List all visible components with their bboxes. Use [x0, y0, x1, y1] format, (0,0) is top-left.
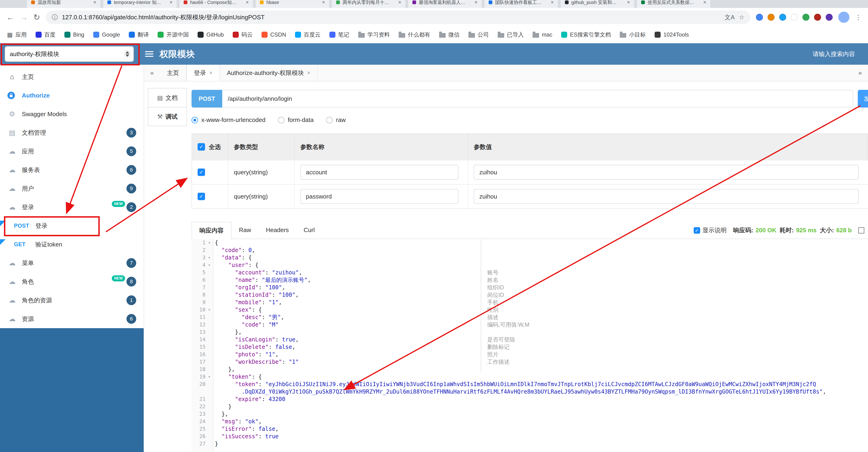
sidebar-item[interactable]: POST登录 — [0, 217, 144, 235]
browser-tab[interactable]: 温故而知新× — [27, 0, 100, 8]
reload-icon[interactable]: ↻ — [33, 13, 40, 21]
fold-toggle-icon[interactable]: ▾ — [206, 254, 213, 261]
sidebar-item[interactable]: ☁资源6 — [0, 310, 144, 328]
content-type-radio[interactable]: x-www-form-urlencoded — [191, 116, 266, 123]
doc-tab[interactable]: 主页 — [160, 65, 186, 81]
back-icon[interactable]: ← — [6, 13, 14, 21]
fold-toggle-icon[interactable]: ▾ — [206, 239, 213, 247]
bookmark-item[interactable]: 百度云 — [295, 31, 320, 38]
bookmark-item[interactable]: 小目标 — [620, 31, 646, 38]
param-name-input[interactable]: account — [300, 165, 458, 180]
extension-icon[interactable] — [814, 14, 821, 21]
tab-close-icon[interactable]: × — [322, 0, 325, 5]
sidebar-item[interactable]: Authorize — [0, 86, 144, 105]
response-tab[interactable]: Curl — [296, 221, 322, 238]
sidebar-item[interactable]: ☁菜单7 — [0, 254, 144, 272]
translate-icon[interactable]: 文A — [724, 13, 735, 21]
bookmark-item[interactable]: 1024Tools — [655, 31, 689, 38]
sidebar-item[interactable]: GET验证token — [0, 235, 144, 254]
fold-toggle-icon[interactable]: ▾ — [206, 261, 213, 269]
sidebar-item[interactable]: ☁应用5 — [0, 142, 144, 161]
rail-debug-tab[interactable]: ⚒ 调试 — [148, 107, 186, 126]
sidebar-item[interactable]: ☁角色NEW8 — [0, 272, 144, 291]
browser-tab[interactable]: 最强淘客返利机器人…× — [408, 0, 482, 8]
sidebar-item[interactable]: ☁服务表6 — [0, 161, 144, 179]
bookmark-item[interactable]: 微信 — [439, 31, 460, 38]
request-url-input[interactable]: /api/authority/anno/login — [222, 90, 853, 108]
bookmark-item[interactable]: 百度 — [36, 31, 56, 38]
tabs-collapse-icon[interactable]: « — [144, 65, 160, 81]
tab-close-icon[interactable]: × — [398, 0, 401, 5]
site-info-icon[interactable]: ⓘ — [52, 13, 58, 21]
sidebar-item[interactable]: ⚙Swagger Models — [0, 105, 144, 123]
bookmark-item[interactable]: Google — [93, 31, 120, 38]
row-checkbox[interactable]: ✓ — [197, 193, 205, 200]
tab-close-icon[interactable]: × — [703, 0, 706, 5]
param-value-input[interactable]: zuihou — [474, 165, 859, 180]
bookmark-item[interactable]: 开源中国 — [158, 31, 189, 38]
bookmark-item[interactable]: GitHub — [197, 31, 224, 38]
extension-icon[interactable] — [768, 14, 775, 21]
bookmark-item[interactable]: 笔记 — [330, 31, 349, 38]
forward-icon[interactable]: → — [20, 13, 28, 21]
fullscreen-icon[interactable] — [858, 227, 864, 233]
profile-avatar[interactable] — [838, 12, 849, 23]
tab-close-icon[interactable]: × — [169, 0, 173, 5]
row-checkbox[interactable]: ✓ — [197, 169, 205, 176]
extension-icon[interactable] — [779, 14, 786, 21]
fold-toggle-icon[interactable]: ▾ — [206, 306, 213, 313]
sidebar-item[interactable]: ⌂主页 — [0, 67, 144, 86]
show-description-checkbox[interactable]: ✓ — [694, 227, 700, 234]
tab-close-icon[interactable]: × — [627, 0, 630, 5]
browser-menu-icon[interactable]: ⋮ — [855, 13, 862, 21]
tab-close-icon[interactable]: × — [474, 0, 477, 5]
doc-tab[interactable]: Authorize-authority-权限模块× — [220, 65, 318, 81]
response-tab[interactable]: Headers — [258, 221, 296, 238]
browser-tab[interactable]: hao66 - Compose知…× — [180, 0, 253, 8]
tab-close-icon[interactable]: × — [246, 0, 249, 5]
menu-toggle-icon[interactable] — [145, 51, 153, 57]
sidebar-item[interactable]: ☁角色的资源1 — [0, 291, 144, 310]
sidebar-item[interactable]: ▤文档管理3 — [0, 123, 144, 142]
tab-close-icon[interactable]: × — [209, 69, 213, 76]
content-type-radio[interactable]: form-data — [278, 116, 314, 123]
send-button[interactable]: 发送 — [858, 90, 868, 108]
browser-tab[interactable]: 两年内从零到每月十…× — [332, 0, 405, 8]
content-type-radio[interactable]: raw — [326, 116, 346, 123]
bookmark-item[interactable]: Bing — [64, 31, 84, 38]
tab-close-icon[interactable]: × — [93, 0, 96, 5]
url-text[interactable]: 127.0.0.1:8760/api/gate/doc.html#/author… — [62, 13, 721, 21]
browser-tab[interactable]: temporary-interior 知…× — [103, 0, 177, 8]
browser-tab[interactable]: hbase× — [256, 0, 329, 8]
select-all-checkbox[interactable]: ✓ — [197, 143, 205, 150]
extension-icon[interactable] — [756, 14, 763, 21]
url-field[interactable]: ⓘ 127.0.0.1:8760/api/gate/doc.html#/auth… — [46, 10, 751, 24]
module-select[interactable]: authority-权限模块 — [5, 46, 134, 62]
browser-tab[interactable]: 使用反应式关系数据…× — [637, 0, 710, 8]
bookmark-star-icon[interactable]: ☆ — [739, 14, 744, 21]
rail-doc-tab[interactable]: ▤ 文档 — [148, 88, 186, 107]
browser-tab[interactable]: github_push 安装和…× — [561, 0, 634, 8]
extension-icon[interactable] — [802, 14, 809, 21]
param-name-input[interactable]: password — [300, 189, 458, 204]
bookmark-item[interactable]: 码云 — [233, 31, 253, 38]
bookmark-item[interactable]: 翻译 — [129, 31, 149, 38]
extension-icon[interactable] — [791, 14, 798, 21]
sidebar-item[interactable]: ☁登录NEW2 — [0, 198, 144, 217]
doc-tab[interactable]: 登录× — [186, 65, 220, 81]
bookmark-item[interactable]: 什么都有 — [399, 31, 430, 38]
bookmark-item[interactable]: CSDN — [261, 31, 286, 38]
bookmark-item[interactable]: 公司 — [468, 31, 489, 38]
tabs-expand-icon[interactable]: » — [852, 65, 868, 81]
extension-icon[interactable] — [826, 14, 833, 21]
tab-close-icon[interactable]: × — [551, 0, 554, 5]
bookmark-item[interactable]: ES搜索引擎文档 — [561, 31, 611, 38]
search-input[interactable]: 请输入搜索内容 — [813, 50, 855, 58]
bookmark-item[interactable]: 已导入 — [498, 31, 524, 38]
bookmark-item[interactable]: 学习资料 — [358, 31, 390, 38]
sidebar-item[interactable]: ☁用户9 — [0, 179, 144, 198]
tab-close-icon[interactable]: × — [307, 69, 310, 76]
bookmark-item[interactable]: ▦应用 — [7, 31, 27, 38]
param-value-input[interactable]: zuihou — [474, 189, 859, 204]
bookmark-item[interactable]: mac — [533, 31, 552, 38]
